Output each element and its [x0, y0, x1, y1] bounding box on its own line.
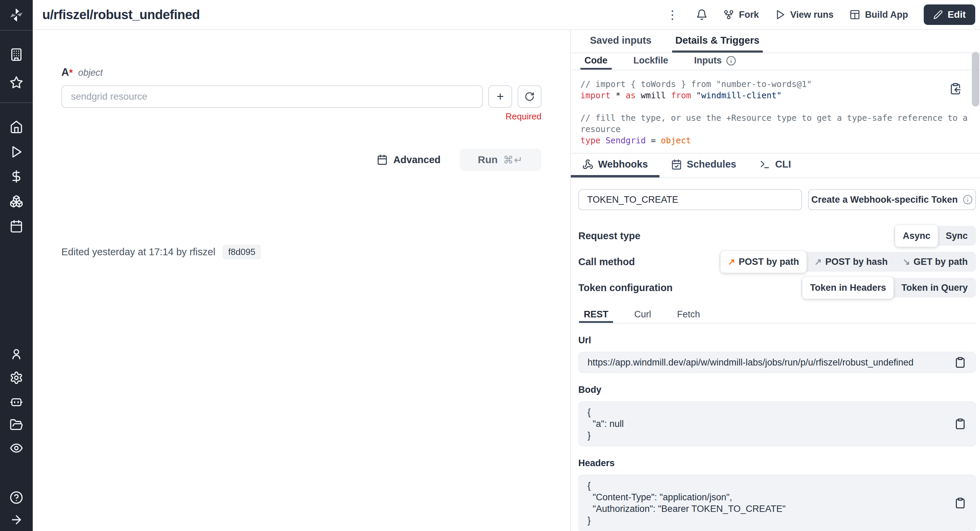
build-app-button[interactable]: Build App [850, 9, 908, 20]
tab-details-triggers[interactable]: Details & Triggers [672, 30, 763, 53]
variables-dollar-icon[interactable] [10, 170, 23, 183]
tab-code[interactable]: Code [581, 53, 612, 70]
app-sidebar [0, 0, 33, 531]
arg-field-label-row: A* object [61, 66, 570, 78]
code-line-type: type Sendgrid = object [581, 135, 949, 146]
edit-button[interactable]: Edit [924, 5, 975, 25]
call-method-get-by-path[interactable]: ↘ GET by path [895, 252, 975, 272]
copy-body-icon[interactable] [955, 418, 966, 430]
topbar-actions: ⋮ Fork View runs Build App Edit [665, 5, 975, 25]
arrow-down-right-icon: ↘ [903, 257, 910, 267]
request-type-async[interactable]: Async [895, 225, 938, 247]
webhooks-label: Webhooks [598, 159, 648, 170]
required-asterisk: * [69, 67, 73, 78]
version-hash-badge[interactable]: f8d095 [223, 245, 261, 259]
page-title: u/rfiszel/robust_undefined [42, 8, 665, 22]
request-type-sync[interactable]: Sync [938, 226, 975, 246]
users-icon[interactable] [10, 348, 23, 361]
call-method-post-by-hash[interactable]: ↗ POST by hash [807, 252, 895, 272]
runs-play-icon[interactable] [10, 145, 23, 159]
arg-name: A [61, 66, 69, 78]
run-form-panel: A* object + Required Advanced Run ⌘↵ Edi… [33, 30, 570, 531]
token-input[interactable] [578, 189, 802, 210]
tab-fetch[interactable]: Fetch [673, 308, 705, 323]
code-token: = [651, 136, 656, 145]
add-resource-button[interactable]: + [488, 85, 512, 108]
code-line-import: import * as wmill from "windmill-client" [581, 90, 949, 101]
plus-icon: + [496, 91, 504, 103]
copy-code-icon[interactable] [949, 83, 962, 95]
audit-eye-icon[interactable] [10, 441, 23, 455]
windmill-logo[interactable] [0, 0, 33, 30]
call-method-option-label: POST by path [738, 257, 799, 267]
token-in-headers[interactable]: Token in Headers [802, 276, 894, 299]
request-type-row: Request type Async Sync [578, 226, 976, 246]
workers-bot-icon[interactable] [10, 395, 23, 408]
tab-cli[interactable]: CLI [748, 153, 803, 177]
settings-gear-icon[interactable] [10, 371, 23, 384]
code-token: wmill [641, 91, 666, 100]
tab-schedules[interactable]: Schedules [659, 153, 748, 177]
tab-lockfile[interactable]: Lockfile [630, 53, 673, 70]
git-fork-icon [723, 9, 734, 20]
folders-icon[interactable] [10, 418, 23, 432]
copy-url-icon[interactable] [955, 357, 966, 368]
favorites-star-icon[interactable] [10, 76, 23, 89]
call-method-toggle: ↗ POST by path ↗ POST by hash ↘ GET by p… [719, 252, 976, 272]
copy-headers-icon[interactable] [955, 497, 966, 509]
tab-saved-inputs[interactable]: Saved inputs [587, 30, 655, 53]
tab-inputs-label: Inputs [694, 55, 722, 66]
play-icon [775, 9, 786, 20]
code-preview: // import { toWords } from "number-to-wo… [571, 70, 980, 153]
app-table-icon [850, 9, 860, 20]
panel-scrollbar-thumb[interactable] [972, 52, 979, 107]
help-icon[interactable] [10, 491, 23, 504]
resources-boxes-icon[interactable] [10, 195, 23, 208]
view-runs-button[interactable]: View runs [775, 9, 834, 20]
tab-curl[interactable]: Curl [630, 308, 656, 323]
schedules-calendar-icon[interactable] [10, 219, 23, 233]
code-line-comment: // fill the type, or use the +Resource t… [581, 112, 949, 124]
notifications-bell-icon[interactable] [696, 9, 708, 21]
resource-input[interactable] [61, 85, 483, 108]
arrow-up-right-icon: ↗ [728, 257, 735, 267]
code-token: from [671, 91, 691, 100]
tab-rest[interactable]: REST [579, 308, 613, 323]
refresh-button[interactable] [518, 85, 541, 108]
more-menu-kebab-icon[interactable]: ⋮ [665, 8, 680, 21]
run-button[interactable]: Run ⌘↵ [460, 148, 541, 171]
create-webhook-token-label: Create a Webhook-specific Token [811, 195, 958, 205]
edit-label: Edit [948, 9, 966, 20]
collapse-arrow-icon[interactable] [10, 513, 23, 526]
home-icon[interactable] [10, 120, 23, 134]
call-method-option-label: POST by hash [825, 257, 888, 267]
call-method-post-by-path[interactable]: ↗ POST by path [720, 250, 807, 273]
token-in-query[interactable]: Token in Query [894, 278, 975, 298]
detail-subtabs: Code Lockfile Inputs [571, 53, 980, 70]
topbar: u/rfiszel/robust_undefined ⋮ Fork View r… [33, 0, 980, 30]
arg-type: object [78, 68, 103, 78]
run-actions-row: Advanced Run ⌘↵ [61, 148, 541, 171]
code-line-comment: // import { toWords } from "number-to-wo… [581, 78, 949, 90]
code-token: Sendgrid [606, 136, 646, 145]
code-line-blank [581, 101, 949, 112]
workspace-building-icon[interactable] [10, 48, 23, 61]
create-webhook-token-button[interactable]: Create a Webhook-specific Token [808, 189, 976, 210]
fork-button[interactable]: Fork [723, 9, 759, 20]
headers-box: { "Content-Type": "application/json", "A… [578, 475, 976, 531]
body-line: "a": null [587, 418, 945, 430]
headers-line: { [587, 480, 945, 491]
terminal-icon [759, 159, 770, 170]
webhook-url-box: https://app.windmill.dev/api/w/windmill-… [578, 352, 976, 373]
tab-webhooks[interactable]: Webhooks [571, 153, 659, 177]
schedules-label: Schedules [687, 159, 736, 170]
headers-line: "Authorization": "Bearer TOKEN_TO_CREATE… [587, 503, 945, 515]
tab-inputs[interactable]: Inputs [690, 53, 740, 70]
snippet-tabs: REST Curl Fetch [578, 308, 976, 324]
advanced-button[interactable]: Advanced [377, 154, 441, 166]
body-line: { [587, 407, 945, 418]
token-config-row: Token configuration Token in Headers Tok… [578, 278, 976, 298]
webhooks-content: Create a Webhook-specific Token Request … [571, 189, 980, 531]
advanced-calendar-icon [377, 154, 388, 165]
call-method-option-label: GET by path [913, 257, 968, 267]
